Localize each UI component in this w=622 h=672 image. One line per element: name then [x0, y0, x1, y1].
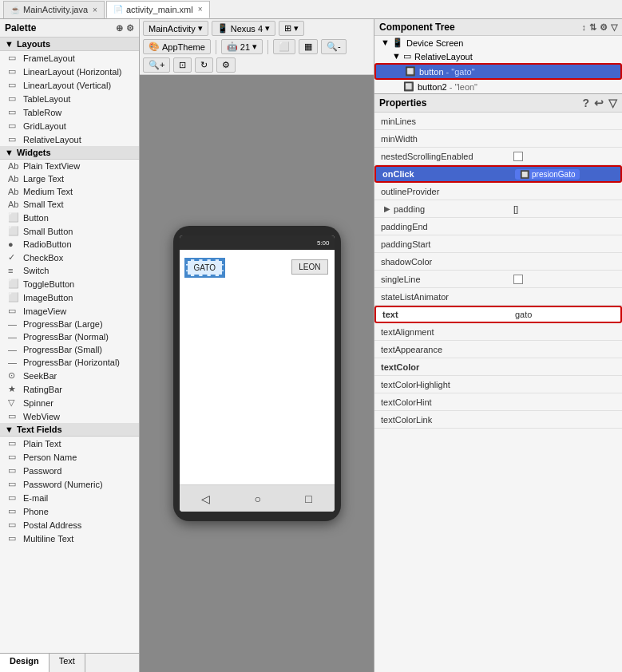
text-tab[interactable]: Text [50, 654, 85, 672]
palette-item[interactable]: ★ RatingBar [0, 382, 139, 396]
prop-value[interactable] [510, 225, 622, 228]
palette-item[interactable]: Ab Large Text [0, 172, 139, 185]
layout-icon: ▭ [8, 80, 19, 90]
settings-btn[interactable]: ⚙ [216, 57, 236, 73]
prop-onclick[interactable]: onClick 🔲 presionGato [374, 165, 622, 183]
tree-item-button-leon[interactable]: 🔲 button2 - "leon" [374, 80, 622, 93]
gato-button[interactable]: GATO [186, 259, 224, 276]
palette-item[interactable]: ● RadioButton [0, 238, 139, 251]
tab-activity-xml[interactable]: 📄 activity_main.xml × [106, 1, 210, 18]
palette-item[interactable]: ⬜ Button [0, 211, 139, 224]
tab-mainactivity[interactable]: ☕ MainActivity.java × [3, 1, 105, 18]
prop-value[interactable]: 🔲 presionGato [512, 168, 620, 181]
palette-item[interactable]: — ProgressBar (Large) [0, 318, 139, 330]
zoom-in[interactable]: 🔍+ [143, 57, 170, 73]
palette-item[interactable]: ▭ E-mail [0, 491, 139, 504]
prop-value[interactable] [510, 260, 622, 263]
view-toggle-2[interactable]: ▦ [299, 39, 318, 54]
palette-item[interactable]: — ProgressBar (Small) [0, 343, 139, 356]
palette-item[interactable]: Ab Small Text [0, 198, 139, 211]
recent-icon[interactable]: □ [305, 492, 311, 505]
prop-value[interactable]: gato [512, 308, 620, 321]
help-icon[interactable]: ? [582, 97, 589, 109]
sort-icon[interactable]: ↕ [582, 22, 587, 33]
tree-item-button-gato[interactable]: 🔲 button - "gato" [374, 63, 622, 80]
design-tab[interactable]: Design [0, 654, 50, 672]
expand-icon[interactable]: ▶ [381, 203, 394, 215]
layout-dropdown[interactable]: ⊞ ▾ [279, 21, 304, 36]
palette-item[interactable]: ▭ LinearLayout (Horizontal) [0, 65, 139, 78]
palette-item[interactable]: ▭ LinearLayout (Vertical) [0, 78, 139, 92]
palette-item[interactable]: ▭ Multiline Text [0, 532, 139, 545]
prop-value[interactable] [510, 190, 622, 193]
phone-content[interactable]: GATO LEON [180, 250, 335, 484]
palette-item[interactable]: ▭ WebView [0, 409, 139, 423]
palette-item[interactable]: ▭ Password [0, 464, 139, 477]
prop-value[interactable] [510, 120, 622, 123]
widget-icon: — [8, 345, 19, 354]
prop-value[interactable] [510, 348, 622, 351]
filter-icon[interactable]: ▽ [608, 97, 617, 109]
undo-icon[interactable]: ↩ [594, 97, 604, 109]
api-dropdown[interactable]: 🤖 21 ▾ [221, 39, 263, 54]
zoom-out[interactable]: 🔍- [321, 39, 347, 54]
sort2-icon[interactable]: ⇅ [589, 22, 596, 33]
checkbox[interactable] [513, 275, 523, 284]
home-icon[interactable]: ○ [255, 492, 261, 505]
leon-button[interactable]: LEON [291, 259, 327, 275]
palette-item[interactable]: — ProgressBar (Horizontal) [0, 356, 139, 369]
palette-item[interactable]: Ab Medium Text [0, 185, 139, 198]
palette-item[interactable]: ▭ Person Name [0, 450, 139, 464]
prop-value[interactable] [510, 418, 622, 421]
palette-item[interactable]: ⊙ SeekBar [0, 369, 139, 382]
tree-item-device-screen[interactable]: ▼ 📱 Device Screen [374, 36, 622, 49]
prop-value[interactable] [510, 273, 622, 286]
palette-item[interactable]: ▭ TableLayout [0, 92, 139, 105]
filter-icon[interactable]: ▽ [611, 22, 617, 33]
prop-value[interactable] [510, 295, 622, 298]
prop-value[interactable]: [] [510, 203, 622, 215]
palette-item[interactable]: ▭ GridLayout [0, 119, 139, 132]
prop-value[interactable] [510, 330, 622, 334]
prop-value[interactable] [510, 401, 622, 404]
palette-item[interactable]: ▭ Password (Numeric) [0, 477, 139, 491]
back-icon[interactable]: ◁ [201, 492, 210, 505]
palette-item[interactable]: ▭ TableRow [0, 105, 139, 119]
theme-dropdown[interactable]: 🎨 AppTheme [143, 39, 211, 54]
palette-item[interactable]: ▭ Phone [0, 504, 139, 518]
settings-icon[interactable]: ⚙ [126, 23, 134, 34]
prop-value[interactable] [510, 137, 622, 140]
fit-screen[interactable]: ⊡ [173, 57, 192, 73]
palette-item[interactable]: ✓ CheckBox [0, 251, 139, 264]
prop-value[interactable] [510, 366, 622, 369]
palette-item[interactable]: ▭ Plain Text [0, 437, 139, 450]
palette-item[interactable]: Ab Plain TextView [0, 160, 139, 172]
palette-item[interactable]: ▽ Spinner [0, 396, 139, 409]
activity-dropdown[interactable]: MainActivity ▾ [143, 21, 208, 36]
checkbox[interactable] [513, 152, 523, 161]
palette-item[interactable]: ⬜ ToggleButton [0, 277, 139, 291]
settings-icon[interactable]: ⚙ [600, 22, 608, 33]
palette-item[interactable]: ▭ ImageView [0, 304, 139, 318]
palette-item[interactable]: ⬜ Small Button [0, 224, 139, 238]
item-label: ProgressBar (Large) [23, 319, 103, 329]
search-icon[interactable]: ⊕ [116, 23, 123, 34]
palette-item[interactable]: ▭ Postal Address [0, 518, 139, 532]
palette-item[interactable]: ▭ RelativeLayout [0, 132, 139, 146]
tree-item-relativelayout[interactable]: ▼ ▭ RelativeLayout [374, 49, 622, 63]
prop-value[interactable] [510, 150, 622, 163]
palette-item[interactable]: ▭ FrameLayout [0, 51, 139, 65]
prop-value[interactable] [510, 243, 622, 246]
view-toggle[interactable]: ⬜ [273, 39, 295, 54]
close-icon[interactable]: × [198, 5, 203, 14]
device-dropdown[interactable]: 📱 Nexus 4 ▾ [212, 21, 275, 36]
prop-value[interactable] [510, 383, 622, 386]
prop-text[interactable]: text gato [374, 306, 622, 323]
palette-item[interactable]: — ProgressBar (Normal) [0, 330, 139, 343]
canvas-area[interactable]: 5:00 GATO LEON ◁ ○ □ [140, 75, 374, 672]
refresh[interactable]: ↻ [195, 57, 213, 73]
palette-item[interactable]: ⬜ ImageButton [0, 291, 139, 304]
prop-padding[interactable]: ▶ padding [] [374, 200, 622, 218]
close-icon[interactable]: × [93, 6, 97, 14]
palette-item[interactable]: ≡ Switch [0, 264, 139, 277]
